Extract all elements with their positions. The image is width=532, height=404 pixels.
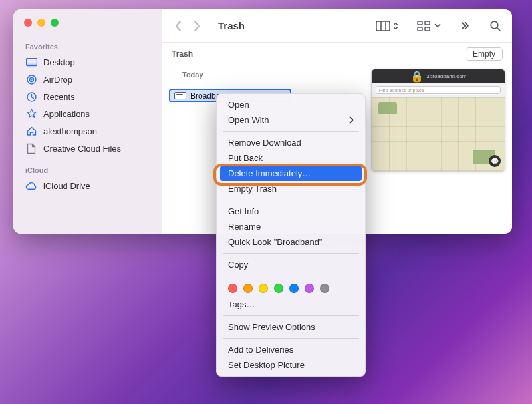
tag-color[interactable]: [228, 284, 237, 293]
desktop-icon: [25, 56, 37, 68]
svg-rect-1: [26, 63, 37, 65]
preview-url: i3broadband.com: [426, 73, 467, 79]
chevron-down-icon: [434, 23, 441, 28]
svg-rect-10: [425, 27, 430, 31]
menu-item-remove-download[interactable]: Remove Download: [220, 135, 362, 150]
lock-icon: 🔒: [410, 70, 424, 83]
window-title: Trash: [218, 20, 369, 31]
airdrop-icon: [25, 73, 37, 85]
sidebar-section-favorites: Favorites: [20, 39, 155, 53]
svg-rect-8: [418, 27, 422, 31]
location-label: Trash: [172, 49, 193, 59]
toolbar: Trash: [162, 9, 512, 43]
sidebar: Favorites Desktop AirDrop Recents Applic…: [13, 9, 162, 234]
fullscreen-window-button[interactable]: [51, 19, 59, 27]
svg-point-4: [31, 79, 32, 80]
preview-browser-bar: 🔒 i3broadband.com: [372, 69, 505, 83]
sidebar-item-label: Creative Cloud Files: [43, 144, 121, 154]
forward-button[interactable]: [194, 20, 201, 32]
sidebar-item-icloud-drive[interactable]: iCloud Drive: [20, 177, 155, 194]
sidebar-item-recents[interactable]: Recents: [20, 88, 155, 105]
svg-rect-6: [376, 21, 390, 31]
view-columns-button[interactable]: [376, 21, 398, 31]
tag-color[interactable]: [243, 284, 253, 293]
menu-item-tags[interactable]: Tags…: [220, 297, 362, 312]
home-icon: [25, 125, 37, 137]
sidebar-section-icloud: iCloud: [20, 162, 155, 177]
tag-color-row: [220, 280, 362, 297]
sidebar-item-home[interactable]: alexthompson: [20, 122, 155, 140]
menu-item-set-desktop-picture[interactable]: Set Desktop Picture: [220, 357, 362, 373]
cloud-icon: [25, 180, 37, 192]
chevron-updown-icon: [393, 21, 398, 31]
preview-panel: 🔒 i3broadband.com Find address or place …: [371, 69, 505, 172]
empty-trash-button[interactable]: Empty: [466, 47, 503, 61]
sidebar-item-label: iCloud Drive: [43, 181, 90, 191]
sidebar-item-creative-cloud[interactable]: Creative Cloud Files: [20, 140, 155, 157]
svg-rect-9: [425, 21, 430, 25]
menu-item-open[interactable]: Open: [220, 97, 362, 112]
applications-icon: [25, 108, 37, 120]
sidebar-item-applications[interactable]: Applications: [20, 105, 155, 122]
svg-point-11: [491, 21, 498, 29]
location-bar: Trash Empty: [162, 43, 512, 65]
sidebar-item-airdrop[interactable]: AirDrop: [20, 71, 155, 88]
menu-item-rename[interactable]: Rename: [220, 219, 362, 234]
chat-bubble-icon: 💬: [489, 155, 501, 167]
tag-color[interactable]: [289, 284, 299, 293]
menu-item-put-back[interactable]: Put Back: [220, 150, 362, 166]
sidebar-item-label: Desktop: [43, 57, 75, 67]
sidebar-item-desktop[interactable]: Desktop: [20, 53, 155, 71]
tag-color[interactable]: [274, 284, 283, 293]
menu-item-show-preview-options[interactable]: Show Preview Options: [220, 319, 362, 335]
chevron-right-icon: [349, 116, 354, 124]
window-controls: [20, 19, 155, 27]
file-icon: [25, 142, 37, 154]
svg-rect-7: [418, 21, 422, 25]
back-button[interactable]: [174, 20, 182, 32]
tag-color[interactable]: [305, 284, 314, 293]
toolbar-overflow-button[interactable]: [460, 20, 471, 31]
sidebar-item-label: Recents: [43, 92, 75, 102]
menu-item-open-with[interactable]: Open With: [220, 112, 362, 128]
menu-item-add-to-deliveries[interactable]: Add to Deliveries: [220, 342, 362, 357]
clock-icon: [25, 91, 37, 102]
webloc-icon: [174, 92, 186, 99]
menu-item-delete-immediately[interactable]: Delete Immediately…: [220, 166, 362, 181]
tag-color[interactable]: [259, 284, 268, 293]
preview-search-field: Find address or place: [376, 86, 501, 94]
close-window-button[interactable]: [24, 19, 32, 27]
menu-item-quick-look[interactable]: Quick Look "Broadband": [220, 234, 362, 250]
sidebar-item-label: alexthompson: [43, 126, 97, 136]
sidebar-item-label: Applications: [43, 109, 90, 119]
group-by-button[interactable]: [417, 21, 441, 31]
sidebar-item-label: AirDrop: [43, 75, 72, 85]
search-button[interactable]: [489, 20, 501, 32]
menu-item-empty-trash[interactable]: Empty Trash: [220, 181, 362, 196]
menu-item-copy[interactable]: Copy: [220, 257, 362, 272]
tag-color[interactable]: [320, 284, 329, 293]
context-menu: Open Open With Remove Download Put Back …: [216, 93, 366, 377]
menu-item-get-info[interactable]: Get Info: [220, 204, 362, 219]
minimize-window-button[interactable]: [37, 19, 45, 27]
preview-site-toolbar: Find address or place: [372, 83, 505, 97]
preview-map: 💬: [372, 97, 505, 171]
